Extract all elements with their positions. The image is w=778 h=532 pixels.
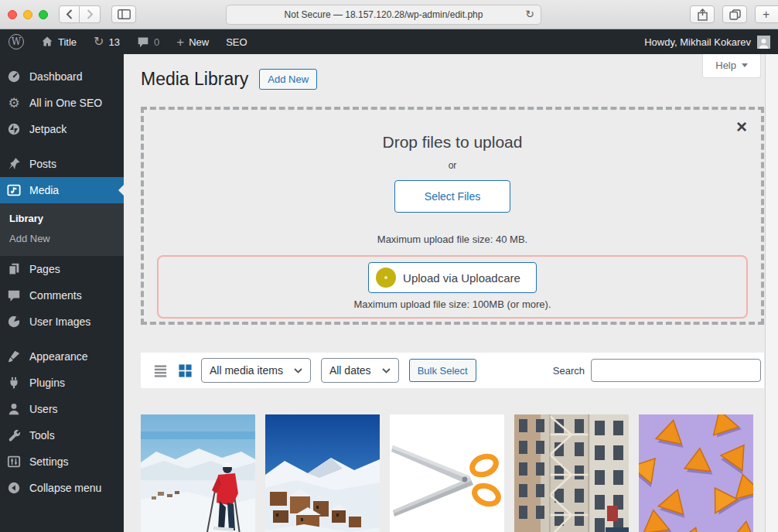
chevron-left-icon (66, 9, 73, 19)
date-filter-value: All dates (329, 364, 371, 377)
updates-icon: ↻ (94, 36, 104, 48)
wp-logo-menu[interactable]: W (0, 29, 32, 54)
scrollbar[interactable] (765, 54, 778, 532)
chevron-down-icon (294, 368, 302, 373)
collapse-arrow-icon (6, 480, 22, 496)
help-button[interactable]: Help (702, 54, 761, 78)
seo-menu[interactable]: SEO (217, 29, 255, 54)
new-tab-button[interactable]: + (755, 5, 778, 23)
sidebar-item-all-in-one-seo[interactable]: ⚙ All in One SEO (0, 90, 124, 116)
address-bar[interactable]: Not Secure — 18.157.120.28/wp-admin/edit… (226, 5, 541, 25)
sidebar-item-tools[interactable]: Tools (0, 422, 124, 448)
sidebar-item-dashboard[interactable]: Dashboard (0, 63, 124, 90)
updates-menu[interactable]: ↻ 13 (85, 29, 128, 54)
site-name-menu[interactable]: Title (32, 29, 85, 54)
sidebar-item-pages[interactable]: Pages (0, 256, 124, 282)
forward-button[interactable] (80, 5, 101, 23)
chevron-down-icon (742, 63, 748, 67)
media-type-filter[interactable]: All media items (201, 358, 311, 383)
sidebar-item-comments[interactable]: Comments (0, 282, 124, 309)
dashboard-icon (6, 69, 22, 84)
pushpin-icon (6, 156, 22, 172)
minimize-window-button[interactable] (23, 10, 32, 19)
max-upload-note: Maximum upload file size: 40 MB. (144, 234, 761, 245)
gear-icon: ⚙ (6, 95, 22, 111)
media-submenu: Library Add New (0, 203, 124, 256)
seo-label: SEO (226, 36, 247, 48)
wrench-icon (6, 428, 22, 443)
media-thumbnail-building[interactable] (514, 414, 629, 532)
submenu-item-library[interactable]: Library (0, 208, 124, 228)
grid-view-button[interactable] (176, 362, 194, 380)
sidebar-item-collapse-menu[interactable]: Collapse menu (0, 475, 124, 501)
uploadcare-max-note: Maximum upload file size: 100MB (or more… (159, 298, 746, 310)
sidebar-item-media[interactable]: Media (0, 177, 124, 203)
help-label: Help (715, 60, 736, 71)
sidebar-item-plugins[interactable]: Plugins (0, 370, 124, 396)
reload-icon[interactable]: ↻ (525, 8, 534, 20)
media-thumbnail-scissors[interactable] (390, 414, 504, 532)
tabs-overview-button[interactable] (722, 5, 747, 23)
plus-icon: + (176, 36, 184, 49)
site-name-label: Title (58, 36, 77, 48)
pie-chart-icon (6, 314, 22, 329)
media-thumbnail-snow-village[interactable] (265, 414, 380, 532)
settings-sliders-icon (6, 454, 22, 469)
sidebar-item-label: All in One SEO (29, 97, 102, 109)
media-thumbnail-skier[interactable] (141, 414, 255, 532)
comment-bubble-icon (6, 288, 22, 303)
sidebar-item-label: Tools (29, 429, 55, 442)
sidebar-item-label: Comments (29, 289, 82, 302)
comment-bubble-icon (137, 36, 149, 48)
uploadcare-logo-icon (376, 268, 396, 288)
sidebar-item-label: Plugins (29, 377, 65, 389)
add-new-button[interactable]: Add New (259, 69, 317, 90)
admin-sidebar: Dashboard ⚙ All in One SEO Jetpack Posts (0, 54, 124, 532)
bulk-select-button[interactable]: Bulk Select (409, 359, 476, 382)
user-icon (6, 401, 22, 417)
jetpack-icon (6, 121, 22, 137)
close-icon[interactable]: × (736, 118, 747, 136)
close-window-button[interactable] (8, 10, 17, 19)
sidebar-item-settings[interactable]: Settings (0, 448, 124, 475)
sidebar-icon (118, 9, 131, 19)
back-button[interactable] (59, 5, 80, 23)
comments-menu[interactable]: 0 (128, 29, 168, 54)
upload-dropzone[interactable]: × Drop files to upload or Select Files M… (141, 107, 764, 325)
share-button[interactable] (690, 5, 715, 23)
media-thumbnail-chips[interactable] (639, 414, 753, 532)
wp-admin-bar: W Title ↻ 13 0 + New SEO Howdy, Mikhail … (0, 29, 778, 54)
sidebar-item-label: Dashboard (29, 70, 83, 83)
wordpress-logo-icon: W (9, 34, 24, 49)
new-label: New (189, 36, 209, 48)
zoom-window-button[interactable] (39, 10, 48, 19)
select-files-button[interactable]: Select Files (394, 180, 510, 213)
avatar[interactable] (757, 36, 770, 49)
browser-window: Not Secure — 18.157.120.28/wp-admin/edit… (0, 0, 778, 532)
paintbrush-icon (6, 349, 22, 364)
howdy-greeting[interactable]: Howdy, Mikhail Kokarev (644, 36, 751, 48)
sidebar-toggle-button[interactable] (111, 5, 136, 23)
media-grid (141, 414, 764, 532)
sidebar-item-label: Settings (29, 455, 69, 468)
url-text: Not Secure — 18.157.120.28/wp-admin/edit… (285, 9, 483, 20)
date-filter[interactable]: All dates (321, 358, 399, 383)
list-view-button[interactable] (152, 362, 169, 380)
sidebar-item-user-images[interactable]: User Images (0, 309, 124, 335)
search-input[interactable] (591, 359, 761, 382)
search-label: Search (553, 365, 585, 377)
sidebar-item-label: Pages (29, 263, 60, 275)
dropzone-heading: Drop files to upload (144, 133, 761, 152)
submenu-item-add-new[interactable]: Add New (0, 228, 124, 248)
sidebar-item-label: Media (29, 184, 59, 196)
plug-icon (6, 375, 22, 390)
sidebar-item-label: Collapse menu (29, 482, 101, 494)
uploadcare-upload-button[interactable]: Upload via Uploadcare (368, 262, 537, 293)
new-content-menu[interactable]: + New (168, 29, 217, 54)
uploadcare-button-label: Upload via Uploadcare (403, 271, 520, 285)
home-icon (41, 36, 53, 48)
sidebar-item-appearance[interactable]: Appearance (0, 343, 124, 370)
sidebar-item-users[interactable]: Users (0, 396, 124, 422)
sidebar-item-posts[interactable]: Posts (0, 151, 124, 177)
sidebar-item-jetpack[interactable]: Jetpack (0, 116, 124, 142)
